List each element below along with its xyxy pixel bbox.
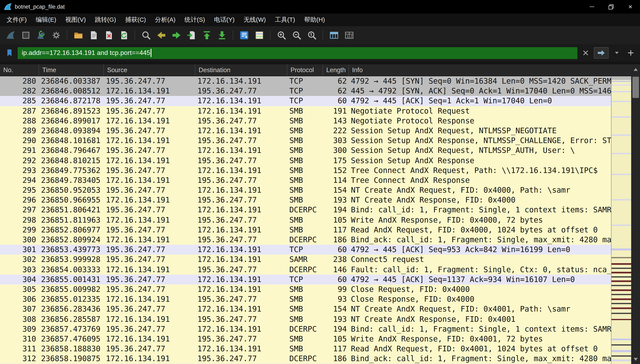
stop-capture-button[interactable] — [19, 29, 33, 42]
column-header-source[interactable]: Source — [104, 64, 195, 76]
filter-bookmark-button[interactable] — [4, 47, 15, 58]
close-file-button[interactable] — [102, 29, 115, 42]
menu-statistics[interactable]: 统计(S) — [180, 14, 209, 26]
scroll-down-button[interactable] — [631, 354, 640, 364]
menu-edit[interactable]: 编辑(E) — [31, 14, 61, 26]
scrollbar-thumb[interactable] — [632, 77, 639, 98]
filter-dropdown-button[interactable] — [611, 47, 622, 58]
packet-row[interactable]: 302236853.999928195.36.247.77172.16.134.… — [0, 255, 611, 264]
packet-row[interactable]: 290236848.101681172.16.134.191195.36.247… — [0, 136, 611, 146]
filter-input[interactable]: ip.addr==172.16.134.191 and tcp.port==44… — [18, 47, 577, 59]
menu-file[interactable]: 文件(F) — [2, 14, 31, 26]
packet-row[interactable]: 309236857.473769195.36.247.77172.16.134.… — [0, 324, 611, 334]
go-forward-button[interactable] — [169, 29, 183, 42]
filter-add-button[interactable] — [625, 47, 636, 58]
save-file-button[interactable] — [87, 29, 100, 42]
cell-len: 222 — [323, 126, 349, 136]
cell-time: 236854.003333 — [39, 264, 104, 274]
go-to-first-button[interactable] — [200, 29, 214, 42]
packet-rows[interactable]: 280236846.003387195.36.247.77172.16.134.… — [0, 76, 611, 364]
column-header-info[interactable]: Info — [349, 64, 631, 76]
packet-row[interactable]: 280236846.003387195.36.247.77172.16.134.… — [0, 76, 611, 86]
menu-help[interactable]: 帮助(H) — [300, 14, 330, 26]
packet-row[interactable]: 285236846.872178195.36.247.77172.16.134.… — [0, 96, 611, 106]
packet-row[interactable]: 306236855.012335172.16.134.191195.36.247… — [0, 294, 611, 304]
packet-row[interactable]: 303236854.003333172.16.134.191195.36.247… — [0, 264, 611, 274]
cell-info: Bind_ack: call_id: 1, Fragment: Single, … — [349, 354, 611, 364]
auto-scroll-button[interactable] — [237, 29, 251, 42]
vertical-scrollbar[interactable] — [631, 64, 640, 364]
scroll-up-button[interactable] — [631, 64, 640, 74]
go-to-packet-button[interactable] — [185, 29, 198, 42]
cell-dst: 195.36.247.77 — [195, 136, 287, 146]
packet-row[interactable]: 293236849.775362195.36.247.77172.16.134.… — [0, 166, 611, 175]
resize-columns-button[interactable] — [327, 29, 341, 42]
menu-tools[interactable]: 工具(T) — [271, 14, 300, 26]
packet-row[interactable]: 282236846.008512172.16.134.191195.36.247… — [0, 86, 611, 96]
packet-row[interactable]: 296236850.966955172.16.134.191195.36.247… — [0, 195, 611, 205]
zoom-out-button[interactable] — [290, 29, 303, 42]
packet-row[interactable]: 289236848.093894195.36.247.77172.16.134.… — [0, 126, 611, 136]
column-header-length[interactable]: Length — [323, 64, 349, 76]
packet-row[interactable]: 288236846.899017172.16.134.191195.36.247… — [0, 116, 611, 126]
minimize-button[interactable] — [582, 0, 601, 14]
packet-row[interactable]: 307236856.283436195.36.247.77172.16.134.… — [0, 304, 611, 314]
colorize-button[interactable] — [252, 29, 266, 42]
reload-file-button[interactable] — [117, 29, 130, 42]
resize-columns-contents-button[interactable]: 12 — [342, 29, 356, 42]
packet-row[interactable]: 291236848.796467195.36.247.77172.16.134.… — [0, 146, 611, 156]
packet-row[interactable]: 292236848.810215172.16.134.191195.36.247… — [0, 156, 611, 166]
cell-time: 236850.952053 — [39, 185, 104, 195]
zoom-in-button[interactable] — [275, 29, 288, 42]
column-header-destination[interactable]: Destination — [195, 64, 287, 76]
packet-row[interactable]: 298236851.811963172.16.134.191195.36.247… — [0, 215, 611, 225]
packet-row[interactable]: 297236851.806421195.36.247.77172.16.134.… — [0, 205, 611, 215]
cell-info: Write AndX Response, FID: 0x4000, 72 byt… — [349, 215, 611, 225]
zoom-original-button[interactable] — [305, 29, 318, 42]
packet-row[interactable]: 294236849.783405172.16.134.191195.36.247… — [0, 176, 611, 185]
packet-row[interactable]: 295236850.952053195.36.247.77172.16.134.… — [0, 185, 611, 195]
intelligent-scrollbar-minimap[interactable] — [611, 76, 631, 364]
restart-capture-button[interactable] — [34, 29, 48, 42]
cell-len: 117 — [323, 225, 349, 235]
menu-view[interactable]: 视图(V) — [61, 14, 90, 26]
packet-row[interactable]: 299236852.806977195.36.247.77172.16.134.… — [0, 225, 611, 235]
packet-row[interactable]: 311236858.188830195.36.247.77172.16.134.… — [0, 344, 611, 354]
go-back-button[interactable] — [154, 29, 168, 42]
cell-no: 301 — [0, 245, 39, 254]
minimap-stripe — [611, 290, 631, 291]
divider — [0, 62, 640, 64]
menu-wireless[interactable]: 无线(W) — [239, 14, 270, 26]
cell-src: 195.36.247.77 — [104, 96, 195, 106]
open-file-button[interactable] — [71, 29, 85, 42]
filter-clear-button[interactable] — [580, 47, 591, 58]
restore-button[interactable] — [601, 0, 621, 14]
column-header-protocol[interactable]: Protocol — [287, 64, 323, 76]
cell-time: 236846.872178 — [39, 96, 104, 106]
cell-dst: 172.16.134.191 — [195, 146, 287, 156]
column-header-no[interactable]: No. — [0, 64, 39, 76]
find-packet-button[interactable] — [139, 29, 153, 42]
packet-row[interactable]: 305236855.009982195.36.247.77172.16.134.… — [0, 284, 611, 294]
filter-apply-button[interactable] — [594, 47, 608, 58]
packet-row[interactable]: 308236856.285587172.16.134.191195.36.247… — [0, 314, 611, 324]
close-button[interactable]: × — [621, 0, 640, 14]
cell-dst: 172.16.134.191 — [195, 96, 287, 106]
packet-row[interactable]: 287236846.891523195.36.247.77172.16.134.… — [0, 106, 611, 116]
packet-row[interactable]: 304236855.001431195.36.247.77172.16.134.… — [0, 275, 611, 284]
packet-row[interactable]: 300236852.809924172.16.134.191195.36.247… — [0, 235, 611, 245]
packet-row[interactable]: 312236858.190875172.16.134.191195.36.247… — [0, 354, 611, 364]
menu-capture[interactable]: 捕获(C) — [121, 14, 151, 26]
packet-row[interactable]: 301236853.439773195.36.247.77172.16.134.… — [0, 245, 611, 254]
capture-options-button[interactable] — [49, 29, 63, 42]
scrollbar-track[interactable] — [631, 74, 640, 354]
start-capture-button[interactable] — [4, 29, 17, 42]
wireshark-logo-icon — [4, 3, 12, 11]
go-to-last-button[interactable] — [215, 29, 229, 42]
packet-row[interactable]: 310236857.476095172.16.134.191195.36.247… — [0, 334, 611, 344]
column-header-time[interactable]: Time — [39, 64, 104, 76]
menu-telephony[interactable]: 电话(Y) — [209, 14, 239, 26]
menu-go[interactable]: 跳转(G) — [90, 14, 120, 26]
cell-proto: SMB — [287, 176, 323, 185]
menu-analyze[interactable]: 分析(A) — [150, 14, 180, 26]
